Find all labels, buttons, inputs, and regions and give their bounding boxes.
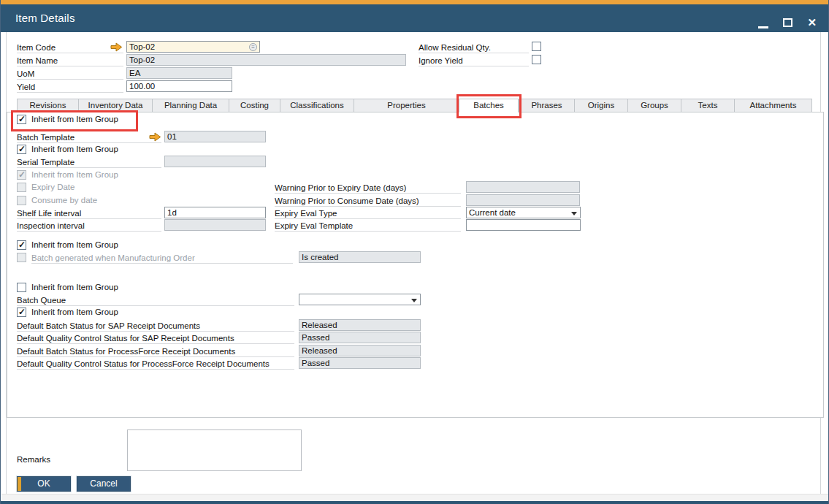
item-code-label: Item Code <box>17 42 123 53</box>
warning-expiry-label: Warning Prior to Expiry Date (days) <box>275 183 461 194</box>
inherit-serial-template-checkbox[interactable] <box>17 145 26 154</box>
inherit-batch-template-checkbox[interactable] <box>17 115 26 124</box>
expiry-eval-template-label: Expiry Eval Template <box>275 221 461 232</box>
batch-generated-label: Batch generated when Manufacturing Order <box>31 253 293 264</box>
inherit-default-status-label: Inherit from Item Group <box>31 308 118 318</box>
inherit-expiry-label: Inherit from Item Group <box>31 170 118 180</box>
link-arrow-icon[interactable] <box>110 42 123 52</box>
tab-origins[interactable]: Origins <box>574 99 627 112</box>
warning-consume-field <box>466 194 580 206</box>
warning-expiry-field <box>466 181 580 193</box>
batch-queue-dropdown[interactable] <box>299 294 421 305</box>
warning-consume-label: Warning Prior to Consume Date (days) <box>275 196 461 207</box>
default-qc-status-pf-field: Passed <box>299 357 421 369</box>
status-strip <box>1 494 829 501</box>
shelf-life-interval-field[interactable]: 1d <box>164 207 266 218</box>
item-name-label: Item Name <box>17 56 123 66</box>
minimize-icon[interactable] <box>758 26 768 28</box>
choose-from-list-icon[interactable]: ≡ <box>249 43 257 51</box>
batch-template-label: Batch Template <box>17 132 161 143</box>
allow-residual-label: Allow Residual Qty. <box>419 42 529 53</box>
inspection-interval-label: Inspection interval <box>17 221 161 232</box>
consume-by-date-label: Consume by date <box>31 196 97 206</box>
window-title: Item Details <box>15 4 75 32</box>
maximize-icon[interactable] <box>783 18 792 27</box>
tab-attachments[interactable]: Attachments <box>734 99 812 112</box>
default-batch-status-sap-field: Released <box>299 319 421 331</box>
allow-residual-checkbox[interactable] <box>532 42 541 51</box>
default-batch-status-sap-label: Default Batch Status for SAP Receipt Doc… <box>17 321 294 332</box>
window-controls: ✕ <box>758 9 817 37</box>
batch-queue-label: Batch Queue <box>17 295 294 306</box>
item-details-window: Item Details ✕ Item Code Top-02 ≡ Item N… <box>0 0 829 504</box>
inherit-batch-generated-label: Inherit from Item Group <box>31 240 118 251</box>
expiry-date-label: Expiry Date <box>31 183 75 193</box>
shelf-life-interval-label: Shelf Life interval <box>17 208 161 219</box>
expiry-eval-type-dropdown[interactable]: Current date <box>466 207 581 218</box>
titlebar[interactable]: Item Details ✕ <box>1 4 828 32</box>
batch-template-field: 01 <box>164 131 266 142</box>
uom-label: UoM <box>17 69 123 80</box>
link-arrow-icon[interactable] <box>149 132 161 142</box>
expiry-date-checkbox <box>17 183 26 192</box>
remarks-textarea[interactable] <box>127 429 302 471</box>
item-name-field: Top-02 <box>126 54 406 66</box>
batch-generated-field: Is created <box>299 251 421 263</box>
cancel-button[interactable]: Cancel <box>77 476 131 492</box>
ok-button[interactable]: OK <box>17 476 71 492</box>
remarks-label: Remarks <box>17 454 90 465</box>
tab-inventory-data[interactable]: Inventory Data <box>78 99 152 112</box>
uom-field: EA <box>126 67 232 79</box>
inherit-batch-generated-checkbox[interactable] <box>17 240 26 250</box>
dropdown-arrow-icon <box>571 212 577 215</box>
tab-strip: Revisions Inventory Data Planning Data C… <box>17 99 812 112</box>
item-code-field[interactable]: Top-02 ≡ <box>126 41 260 53</box>
default-button-accent <box>18 477 21 491</box>
tab-batches[interactable]: Batches <box>459 99 519 112</box>
dropdown-arrow-icon <box>411 299 417 302</box>
window-bottom-border <box>1 501 828 504</box>
tab-groups[interactable]: Groups <box>627 99 681 112</box>
expiry-eval-template-field[interactable] <box>466 219 581 231</box>
tab-phrases[interactable]: Phrases <box>519 99 574 112</box>
yield-field[interactable]: 100.00 <box>126 80 232 92</box>
inspection-interval-field <box>164 219 266 231</box>
tab-revisions[interactable]: Revisions <box>17 99 78 112</box>
inherit-batch-queue-checkbox[interactable] <box>17 283 26 292</box>
expiry-eval-type-label: Expiry Eval Type <box>275 208 461 219</box>
serial-template-field <box>164 156 266 167</box>
tab-properties[interactable]: Properties <box>354 99 459 112</box>
inherit-expiry-checkbox <box>17 170 26 180</box>
tab-costing[interactable]: Costing <box>229 99 280 112</box>
tab-texts[interactable]: Texts <box>681 99 734 112</box>
close-icon[interactable]: ✕ <box>807 18 817 28</box>
ignore-yield-label: Ignore Yield <box>419 56 529 66</box>
default-qc-status-sap-label: Default Quality Control Status for SAP R… <box>17 333 294 344</box>
inherit-serial-template-label: Inherit from Item Group <box>31 145 118 155</box>
serial-template-label: Serial Template <box>17 157 161 168</box>
yield-label: Yield <box>17 82 123 93</box>
tab-planning-data[interactable]: Planning Data <box>152 99 229 112</box>
default-batch-status-pf-field: Released <box>299 345 421 356</box>
inherit-batch-template-label: Inherit from Item Group <box>31 115 118 125</box>
tab-classifications[interactable]: Classifications <box>280 99 354 112</box>
default-qc-status-pf-label: Default Quality Control Status for Proce… <box>17 359 294 370</box>
batch-generated-checkbox <box>17 253 26 262</box>
inherit-default-status-checkbox[interactable] <box>17 308 26 317</box>
consume-by-date-checkbox <box>17 196 26 205</box>
ignore-yield-checkbox[interactable] <box>532 55 541 64</box>
inherit-batch-queue-label: Inherit from Item Group <box>31 283 118 293</box>
default-qc-status-sap-field: Passed <box>299 332 421 343</box>
default-batch-status-pf-label: Default Batch Status for ProcessForce Re… <box>17 346 294 357</box>
